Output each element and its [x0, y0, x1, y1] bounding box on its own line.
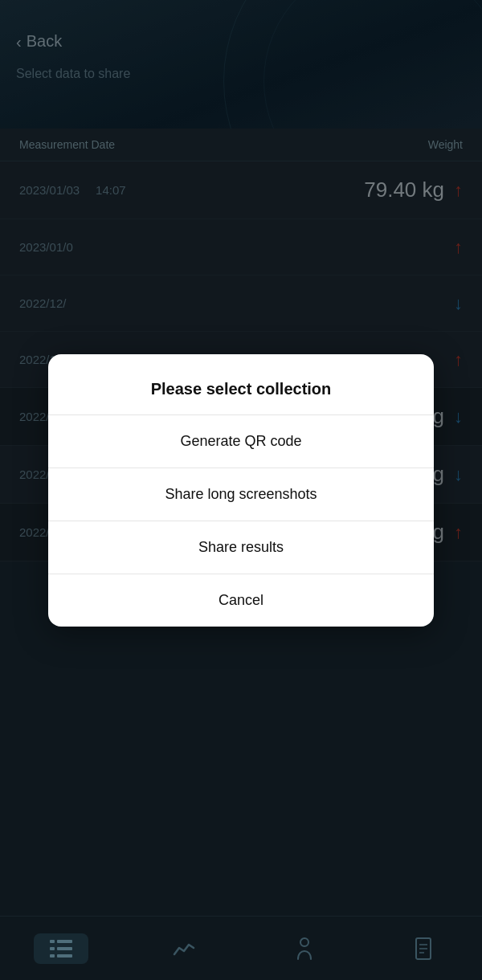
- share-results-option[interactable]: Share results: [48, 521, 434, 574]
- modal-title: Please select collection: [48, 354, 434, 414]
- modal-dialog: Please select collection Generate QR cod…: [48, 354, 434, 627]
- cancel-option[interactable]: Cancel: [48, 574, 434, 627]
- share-screenshots-option[interactable]: Share long screenshots: [48, 468, 434, 521]
- generate-qr-option[interactable]: Generate QR code: [48, 415, 434, 468]
- modal-overlay[interactable]: Please select collection Generate QR cod…: [0, 0, 482, 980]
